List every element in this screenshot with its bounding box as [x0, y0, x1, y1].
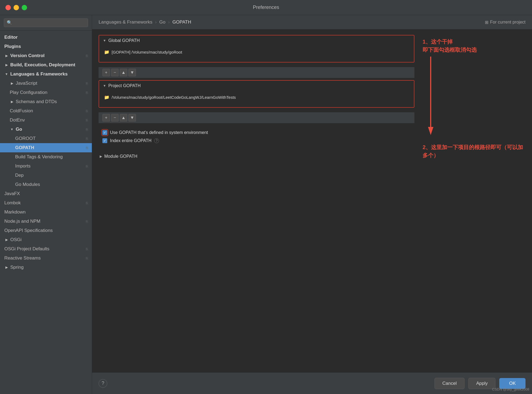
sidebar-item-gopath[interactable]: GOPATH ⎘	[0, 143, 92, 152]
breadcrumb-go: Go	[159, 19, 166, 25]
project-gopath-header[interactable]: ▼ Project GOPATH	[99, 81, 414, 91]
folder-icon: 📁	[104, 95, 109, 100]
collapse-icon: ▼	[103, 84, 106, 88]
cancel-button[interactable]: Cancel	[434, 378, 465, 389]
annotation-text-2: 2、这里加一下项目的根路径即可（可以加多个）	[423, 144, 523, 158]
copy-icon: ⎘	[86, 256, 88, 260]
arrow-right-icon: ▶	[4, 63, 9, 67]
content-layout: ▼ Global GOPATH 📁 [GOPATH] /Volumes/mac/…	[99, 35, 525, 162]
bottom-bar: ? Cancel Apply OK	[92, 372, 532, 394]
remove-button-2[interactable]: −	[111, 114, 119, 122]
sidebar-item-go-modules[interactable]: Go Modules	[0, 180, 92, 189]
copy-icon: ⎘	[86, 164, 88, 168]
sidebar-item-goroot[interactable]: GOROOT ⎘	[0, 134, 92, 143]
sidebar-item-spring[interactable]: ▶ Spring	[0, 263, 92, 272]
global-gopath-body: 📁 [GOPATH] /Volumes/mac/study/goRoot	[99, 46, 414, 62]
sidebar-item-markdown[interactable]: Markdown	[0, 208, 92, 217]
breadcrumb-languages: Languages & Frameworks	[99, 19, 152, 25]
search-input[interactable]	[4, 18, 88, 27]
project-gopath-toolbar: + − ▲ ▼	[99, 112, 414, 123]
sidebar-item-version-control[interactable]: ▶ Version Control ⎘	[0, 51, 92, 60]
sidebar-item-go[interactable]: ▼ Go ⎘	[0, 125, 92, 134]
sidebar-item-play-configuration[interactable]: Play Configuration ⎘	[0, 88, 92, 97]
module-gopath-section: ▶ Module GOPATH	[99, 151, 414, 162]
content-scroll: ▼ Global GOPATH 📁 [GOPATH] /Volumes/mac/…	[92, 29, 532, 372]
copy-icon: ⎘	[86, 219, 88, 224]
use-gopath-row: ✓ Use GOPATH that's defined in system en…	[102, 129, 411, 137]
up-button-2[interactable]: ▲	[120, 114, 127, 122]
global-gopath-toolbar: + − ▲ ▼	[99, 67, 414, 78]
sidebar-item-schemas-dtds[interactable]: ▶ Schemas and DTDs	[0, 97, 92, 106]
breadcrumb-gopath: GOPATH	[172, 19, 191, 25]
project-gopath-section: ▼ Project GOPATH 📁 /Volumes/mac/study/go…	[99, 80, 414, 108]
sidebar-item-nodejs-npm[interactable]: Node.js and NPM ⎘	[0, 217, 92, 226]
copy-icon: ⎘	[86, 201, 88, 205]
up-button-1[interactable]: ▲	[120, 69, 127, 76]
copy-icon: ⎘	[86, 54, 88, 58]
sidebar-item-languages-frameworks[interactable]: ▼ Languages & Frameworks	[0, 70, 92, 79]
sidebar-item-dotenv[interactable]: DotEnv ⎘	[0, 116, 92, 125]
sidebar-item-lombok[interactable]: Lombok ⎘	[0, 198, 92, 208]
sidebar-item-reactive-streams[interactable]: Reactive Streams ⎘	[0, 254, 92, 263]
sidebar-item-build-execution[interactable]: ▶ Build, Execution, Deployment	[0, 60, 92, 70]
add-button-2[interactable]: +	[102, 114, 110, 122]
apply-button[interactable]: Apply	[468, 378, 496, 389]
index-gopath-label: Index entire GOPATH	[110, 138, 151, 143]
copy-icon: ⎘	[86, 91, 88, 95]
content-area: Languages & Frameworks › Go › GOPATH ⊞ F…	[92, 15, 532, 394]
watermark: CSDN @sky_geek2008	[492, 387, 529, 391]
titlebar: Preferences	[0, 0, 532, 15]
sidebar-item-plugins[interactable]: Plugins	[0, 42, 92, 51]
global-gopath-title: Global GOPATH	[108, 38, 140, 43]
copy-icon: ⎘	[86, 146, 88, 150]
remove-button-1[interactable]: −	[111, 69, 119, 76]
breadcrumb: Languages & Frameworks › Go › GOPATH ⊞ F…	[92, 15, 532, 29]
sidebar-item-editor[interactable]: Editor	[0, 33, 92, 42]
global-gopath-section: ▼ Global GOPATH 📁 [GOPATH] /Volumes/mac/…	[99, 35, 414, 63]
folder-icon: 📁	[104, 50, 109, 55]
project-gopath-value: /Volumes/mac/study/goRoot/LeetCodeGoLang…	[112, 95, 236, 100]
close-button[interactable]	[5, 5, 11, 10]
project-label: For current project	[490, 20, 525, 25]
arrow-right-icon: ▶	[4, 54, 9, 58]
add-button-1[interactable]: +	[102, 69, 110, 76]
expand-icon: ▶	[100, 155, 102, 158]
help-button[interactable]: ?	[99, 379, 107, 388]
sidebar-item-openapi[interactable]: OpenAPI Specifications	[0, 226, 92, 235]
down-button-2[interactable]: ▼	[128, 114, 136, 122]
sidebar-item-osgi[interactable]: ▶ OSGi	[0, 235, 92, 244]
breadcrumb-sep1: ›	[155, 19, 157, 25]
window-controls	[5, 5, 27, 10]
help-icon[interactable]: ?	[154, 138, 159, 143]
sidebar-item-imports[interactable]: Imports ⎘	[0, 162, 92, 171]
sidebar-item-osgi-project[interactable]: OSGi Project Defaults ⎘	[0, 244, 92, 254]
down-button-1[interactable]: ▼	[128, 69, 136, 76]
sidebar: Editor Plugins ▶ Version Control ⎘ ▶ Bui…	[0, 15, 92, 394]
content-main: ▼ Global GOPATH 📁 [GOPATH] /Volumes/mac/…	[99, 35, 414, 162]
sidebar-item-build-tags[interactable]: Build Tags & Vendoring	[0, 152, 92, 162]
maximize-button[interactable]	[22, 5, 27, 10]
global-gopath-header[interactable]: ▼ Global GOPATH	[99, 35, 414, 46]
sidebar-item-javafx[interactable]: JavaFX	[0, 189, 92, 198]
use-gopath-checkbox[interactable]: ✓	[102, 130, 107, 135]
svg-marker-1	[428, 127, 433, 135]
global-gopath-item: 📁 [GOPATH] /Volumes/mac/study/goRoot	[103, 48, 410, 56]
project-gopath-item: 📁 /Volumes/mac/study/goRoot/LeetCodeGoLa…	[103, 93, 410, 101]
minimize-button[interactable]	[14, 5, 19, 10]
sidebar-item-coldfusion[interactable]: ColdFusion ⎘	[0, 106, 92, 116]
module-gopath-title: Module GOPATH	[104, 154, 137, 159]
sidebar-item-javascript[interactable]: ▶ JavaScript ⎘	[0, 79, 92, 88]
copy-icon: ⎘	[86, 81, 88, 86]
global-gopath-value: [GOPATH] /Volumes/mac/study/goRoot	[112, 50, 182, 54]
module-gopath-header[interactable]: ▶ Module GOPATH	[99, 151, 414, 162]
search-area	[0, 15, 92, 31]
copy-icon: ⎘	[86, 118, 88, 122]
project-gopath-body: 📁 /Volumes/mac/study/goRoot/LeetCodeGoLa…	[99, 91, 414, 107]
sidebar-item-dep[interactable]: Dep	[0, 171, 92, 180]
copy-icon: ⎘	[86, 109, 88, 113]
index-gopath-checkbox[interactable]: ✓	[102, 138, 107, 143]
arrow-right-icon: ▶	[4, 265, 9, 270]
window-title: Preferences	[253, 5, 279, 10]
copy-icon: ⎘	[86, 247, 88, 251]
red-arrow-svg	[423, 57, 439, 138]
